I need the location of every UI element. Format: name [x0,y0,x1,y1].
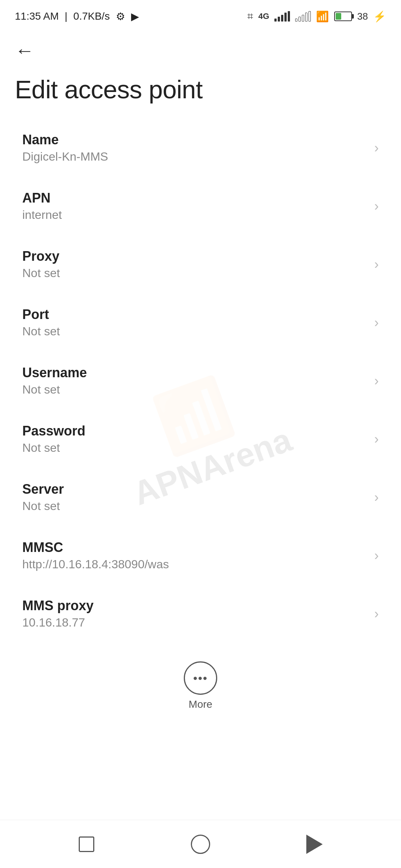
settings-value-server: Not set [22,499,367,513]
settings-label-apn: APN [22,190,367,206]
settings-item-mms-proxy[interactable]: MMS proxy 10.16.18.77 › [0,585,401,643]
settings-item-mms-proxy-content: MMS proxy 10.16.18.77 [22,598,367,629]
settings-item-password[interactable]: Password Not set › [0,410,401,468]
settings-label-username: Username [22,365,367,381]
settings-label-name: Name [22,132,367,148]
settings-value-mmsc: http://10.16.18.4:38090/was [22,558,367,571]
chevron-right-icon-proxy: › [374,257,379,272]
home-button[interactable] [186,829,215,859]
bolt-icon: ⚡ [373,10,386,23]
status-right: ⌗ 4G 📶 38 ⚡ [247,10,386,23]
chevron-right-icon-username: › [374,373,379,389]
settings-value-port: Not set [22,325,367,338]
chevron-right-icon-name: › [374,140,379,156]
header: ← Edit access point [0,30,401,111]
recent-apps-button[interactable] [72,829,101,859]
signal-bars-2 [295,11,311,22]
chevron-right-icon-port: › [374,315,379,331]
settings-item-name-content: Name Digicel-Kn-MMS [22,132,367,164]
nav-bar [0,820,401,868]
home-icon [191,835,210,854]
wifi-icon: 📶 [316,10,329,23]
back-arrow-icon: ← [15,41,34,60]
more-label: More [189,698,212,710]
chevron-right-icon-password: › [374,431,379,447]
settings-value-apn: internet [22,208,367,222]
settings-label-mms-proxy: MMS proxy [22,598,367,614]
network-speed: 0.7KB/s [74,10,110,22]
back-button[interactable]: ← [15,41,386,60]
chevron-right-icon-mmsc: › [374,548,379,563]
settings-value-proxy: Not set [22,266,367,280]
settings-item-username-content: Username Not set [22,365,367,397]
more-button[interactable]: ••• [184,661,217,695]
settings-item-apn[interactable]: APN internet › [0,177,401,235]
settings-item-server[interactable]: Server Not set › [0,468,401,526]
status-left: 11:35 AM | 0.7KB/s ⚙ ▶ [15,10,139,23]
status-bar: 11:35 AM | 0.7KB/s ⚙ ▶ ⌗ 4G 📶 38 ⚡ [0,0,401,30]
separator: | [65,10,67,22]
battery-icon [334,11,352,21]
settings-item-port[interactable]: Port Not set › [0,293,401,352]
settings-item-mmsc-content: MMSC http://10.16.18.4:38090/was [22,540,367,571]
settings-label-mmsc: MMSC [22,540,367,555]
settings-value-username: Not set [22,383,367,397]
settings-item-mmsc[interactable]: MMSC http://10.16.18.4:38090/was › [0,526,401,585]
settings-label-port: Port [22,307,367,322]
settings-label-password: Password [22,423,367,439]
settings-label-server: Server [22,481,367,497]
back-nav-button[interactable] [300,829,329,859]
page-title: Edit access point [15,75,386,104]
recent-apps-icon [79,836,94,852]
settings-item-proxy[interactable]: Proxy Not set › [0,235,401,293]
settings-value-name: Digicel-Kn-MMS [22,150,367,164]
camera-icon: ▶ [131,10,139,23]
more-section: ••• More [0,650,401,725]
settings-item-proxy-content: Proxy Not set [22,249,367,280]
time-display: 11:35 AM [15,10,59,22]
settings-label-proxy: Proxy [22,249,367,264]
settings-list: Name Digicel-Kn-MMS › APN internet › Pro… [0,111,401,650]
settings-icon: ⚙ [116,10,125,23]
settings-value-mms-proxy: 10.16.18.77 [22,616,367,629]
chevron-right-icon-server: › [374,490,379,505]
settings-value-password: Not set [22,441,367,455]
settings-item-name[interactable]: Name Digicel-Kn-MMS › [0,119,401,177]
chevron-right-icon-mms-proxy: › [374,606,379,622]
network-4g-icon: 4G [258,11,269,21]
settings-item-password-content: Password Not set [22,423,367,455]
battery-percent: 38 [357,11,368,22]
settings-item-server-content: Server Not set [22,481,367,513]
settings-item-port-content: Port Not set [22,307,367,338]
signal-bars-1 [274,11,290,22]
more-dots-icon: ••• [193,672,208,684]
settings-item-apn-content: APN internet [22,190,367,222]
bluetooth-icon: ⌗ [247,10,253,23]
settings-item-username[interactable]: Username Not set › [0,352,401,410]
back-nav-icon [306,835,323,854]
chevron-right-icon-apn: › [374,198,379,214]
